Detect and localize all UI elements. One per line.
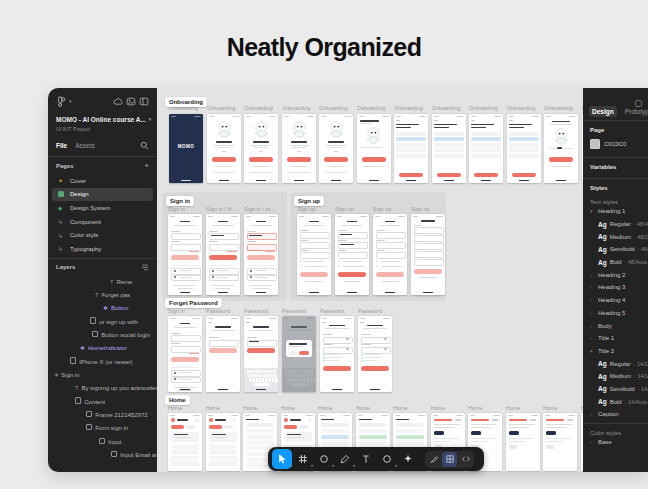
add-page-icon[interactable]: + <box>144 161 149 170</box>
frame-name[interactable]: Home <box>206 405 241 411</box>
text-style-group[interactable]: ▾Title 2 <box>590 345 641 358</box>
frame-robot[interactable] <box>319 114 353 183</box>
frame-name[interactable]: Onboarding <box>207 105 242 111</box>
text-style-variant[interactable]: AgRegular· 48/Au <box>590 218 641 231</box>
frame-name[interactable]: Sign up <box>373 206 408 212</box>
frame-password[interactable] <box>206 316 240 392</box>
shape-tool[interactable]: ▾ <box>314 449 334 469</box>
chevron-down-icon[interactable]: ▾ <box>69 99 72 104</box>
section-label-chip[interactable]: Home <box>165 395 190 405</box>
text-style-group[interactable]: ›Heading 3 <box>590 281 641 294</box>
panel-icon[interactable] <box>139 97 149 106</box>
frame-home-c[interactable] <box>506 413 540 471</box>
frame-signup-filled[interactable] <box>335 214 369 295</box>
frame-signin-error[interactable] <box>244 214 278 295</box>
page-item[interactable]: ↳Typography <box>52 242 153 256</box>
text-style-variant[interactable]: AgMedium· 48/12 <box>590 230 641 243</box>
chevron-icon[interactable]: › <box>590 335 598 341</box>
text-style-variant[interactable]: AgSemibold· 14/1 <box>590 383 641 396</box>
frame-home-a[interactable] <box>168 413 202 471</box>
dev-mode-toggle[interactable] <box>442 452 457 467</box>
chevron-down-icon[interactable]: ▾ <box>353 464 355 468</box>
frame-name[interactable]: Sign in / fil... <box>206 206 241 212</box>
layer-item[interactable]: ❖Button <box>48 302 157 315</box>
text-style-variant[interactable]: AgBold· 48/Auto <box>590 256 641 269</box>
text-style-group[interactable]: ›Heading 2 <box>590 268 641 281</box>
draw-mode-button[interactable] <box>426 452 441 467</box>
text-style-variant[interactable]: AgBold· 14/Auto <box>590 395 641 408</box>
frame-robot[interactable] <box>282 114 316 183</box>
chevron-down-icon[interactable]: ▾ <box>395 464 397 468</box>
page-color-row[interactable]: C0C0C0 <box>590 139 641 149</box>
layer-item[interactable]: Frame 2121452972 <box>48 409 157 422</box>
frame-signup[interactable] <box>373 214 407 295</box>
frame-name[interactable]: Sign in / er... <box>244 206 279 212</box>
text-style-group[interactable]: ›Heading 4 <box>590 294 641 307</box>
layer-item[interactable]: TForget pas <box>48 289 157 302</box>
chevron-down-icon[interactable]: ▾ <box>290 464 292 468</box>
text-style-group[interactable]: ›Heading 5 <box>590 307 641 320</box>
chevron-icon[interactable]: ▾ <box>590 348 598 354</box>
frame-name[interactable]: Home <box>281 405 316 411</box>
move-tool[interactable]: ▾ <box>272 449 292 469</box>
frame-name[interactable]: Onboarding <box>469 105 504 111</box>
window-icon[interactable] <box>635 93 642 111</box>
cloud-icon[interactable] <box>113 97 123 106</box>
text-style-variant[interactable]: AgMedium· 14/14 <box>590 370 641 383</box>
chevron-icon[interactable]: › <box>590 284 598 290</box>
frame-name[interactable]: Home <box>468 405 503 411</box>
frame-name[interactable]: Password <box>244 308 279 314</box>
layer-item[interactable]: ❖HomeIndicator <box>48 342 157 355</box>
chevron-icon[interactable]: › <box>590 411 598 417</box>
text-style-variant[interactable]: AgSemibold· 48/1 <box>590 243 641 256</box>
app-logo-icon[interactable] <box>56 96 66 107</box>
chevron-down-icon[interactable]: ▾ <box>332 464 334 468</box>
frame-signup-long[interactable] <box>411 214 445 295</box>
chevron-icon[interactable]: › <box>590 310 598 316</box>
section-label-chip[interactable]: Sign up <box>294 196 324 206</box>
chevron-icon[interactable]: ▾ <box>590 208 598 214</box>
layer-item[interactable]: Input Email an <box>48 449 157 462</box>
image-icon[interactable] <box>126 97 136 106</box>
code-button[interactable] <box>458 452 473 467</box>
frame-name[interactable]: Home <box>431 405 466 411</box>
page-item[interactable]: ↳Color style <box>52 228 153 242</box>
frame-name[interactable]: Onboarding <box>432 105 467 111</box>
chevron-icon[interactable]: › <box>590 297 598 303</box>
frame-robot[interactable] <box>207 114 241 183</box>
layer-item[interactable]: iPhone X (or newer) <box>48 356 157 369</box>
color-swatch[interactable] <box>590 139 600 149</box>
actions-tool[interactable] <box>398 449 418 469</box>
frame-name[interactable]: Sign up <box>411 206 446 212</box>
layer-item[interactable]: TReme <box>48 276 157 289</box>
frame-signup[interactable] <box>297 214 331 295</box>
layer-item[interactable]: Button social login <box>48 329 157 342</box>
frame-name[interactable]: Password <box>358 308 393 314</box>
frame-name[interactable]: Onboarding <box>244 105 279 111</box>
page-item[interactable]: ✦Cover <box>52 174 153 188</box>
frame-name[interactable]: Sign in <box>168 206 203 212</box>
frame-signin-filled[interactable] <box>206 214 240 295</box>
frame-quiz[interactable] <box>507 114 541 183</box>
pen-tool[interactable]: ▾ <box>335 449 355 469</box>
file-title[interactable]: MOMO - AI Online course A... <box>56 116 146 123</box>
page-item[interactable]: Design <box>52 188 153 202</box>
frame-password-filled[interactable] <box>358 316 392 392</box>
tab-design[interactable]: Design <box>589 106 617 117</box>
frame-name[interactable]: Home <box>356 405 391 411</box>
frame-name[interactable]: Onboarding <box>319 105 354 111</box>
page-item[interactable]: ◆Design System <box>52 201 153 215</box>
frame-name[interactable]: Onboarding <box>507 105 542 111</box>
text-style-group[interactable]: ›Caption <box>590 408 641 421</box>
frame-name[interactable]: Home <box>318 405 353 411</box>
layer-item[interactable]: Form sign in <box>48 422 157 435</box>
frame-name[interactable]: Home <box>168 405 203 411</box>
frame-home-a[interactable] <box>206 413 240 471</box>
frame-quiz[interactable] <box>432 114 466 183</box>
frame-signin[interactable] <box>168 316 202 392</box>
page-color-value[interactable]: C0C0C0 <box>604 141 626 147</box>
frame-robot-alt[interactable] <box>357 114 391 183</box>
frame-quiz[interactable] <box>394 114 428 183</box>
layer-item[interactable]: Content <box>48 396 157 409</box>
section-label-chip[interactable]: Forget Password <box>165 298 222 308</box>
